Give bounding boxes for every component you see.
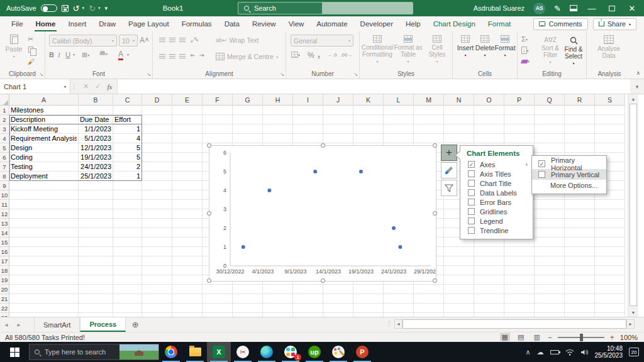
slack-taskbar-button[interactable]: 1 <box>279 342 303 362</box>
sort-filter-button[interactable]: A∇Z Sort & Filter▾ <box>539 36 562 64</box>
ribbon-tab-review[interactable]: Review <box>246 16 282 31</box>
chart-element-item-gridlines[interactable]: Gridlines <box>460 207 533 216</box>
axes-submenu-item-primary-horizontal[interactable]: ✓Primary Horizontal <box>532 158 606 169</box>
checked-checkbox-icon[interactable]: ✓ <box>468 161 475 168</box>
row-header-19[interactable]: 19 <box>0 275 9 285</box>
undo-caret-icon[interactable]: ▾ <box>82 6 85 11</box>
ribbon-tab-automate[interactable]: Automate <box>310 16 353 31</box>
ribbon-tab-format[interactable]: Format <box>482 16 517 31</box>
chart-element-item-axes[interactable]: ✓Axes› <box>460 160 533 169</box>
action-center-icon[interactable]: 20 <box>629 348 639 356</box>
number-dialog-launcher-icon[interactable]: ↘ <box>353 72 358 77</box>
row-header-6[interactable]: 6 <box>0 153 9 162</box>
scroll-up-icon[interactable]: ▲ <box>628 94 638 103</box>
select-all-corner[interactable] <box>0 94 9 106</box>
font-size-combo[interactable]: 10▾ <box>119 35 138 47</box>
align-center-icon[interactable] <box>169 54 175 58</box>
delete-cells-button[interactable]: Delete▾ <box>475 35 494 57</box>
borders-icon[interactable]: ⊞▾ <box>82 51 89 59</box>
undo-button[interactable]: ↺ <box>73 4 80 13</box>
decrease-indent-icon[interactable]: ⇤ <box>191 52 196 58</box>
number-format-combo[interactable]: General▾ <box>291 35 353 47</box>
taskbar-clock[interactable]: 10:48 25/5/2023 <box>595 345 623 359</box>
italic-button[interactable]: I <box>58 51 60 58</box>
ribbon-tab-help[interactable]: Help <box>399 16 427 31</box>
ribbon-tab-file[interactable]: File <box>5 16 30 31</box>
row-header-3[interactable]: 3 <box>0 124 9 134</box>
column-header-G[interactable]: G <box>233 94 263 106</box>
unchecked-checkbox-icon[interactable] <box>468 199 475 206</box>
battery-icon[interactable] <box>550 350 559 354</box>
unchecked-checkbox-icon[interactable] <box>468 170 475 177</box>
normal-view-icon[interactable]: ▦ <box>500 333 510 341</box>
minimize-button[interactable]: — <box>586 4 597 13</box>
alignment-dialog-launcher-icon[interactable]: ↘ <box>280 72 284 77</box>
increase-indent-icon[interactable]: ⇥ <box>199 52 204 58</box>
share-button[interactable]: Share ▾ <box>593 18 636 30</box>
scroll-right-icon[interactable]: ▸ <box>626 319 635 329</box>
unchecked-checkbox-icon[interactable] <box>468 180 475 187</box>
taskbar-search[interactable]: Type here to search <box>29 344 159 360</box>
font-name-combo[interactable]: Calibri (Body)▾ <box>49 35 117 47</box>
unchecked-checkbox-icon[interactable] <box>468 227 475 234</box>
conditional-formatting-button[interactable]: Conditional Formatting▾ <box>362 35 392 63</box>
unchecked-checkbox-icon[interactable] <box>538 171 545 178</box>
checked-checkbox-icon[interactable]: ✓ <box>538 160 545 167</box>
chart-handle[interactable] <box>433 211 437 216</box>
ribbon-tab-formulas[interactable]: Formulas <box>175 16 218 31</box>
row-header-13[interactable]: 13 <box>0 219 9 228</box>
fill-color-icon[interactable]: ▾ <box>99 51 108 56</box>
wrap-text-button[interactable]: ab↩ Wrap Text <box>216 36 258 44</box>
row-header-4[interactable]: 4 <box>0 134 9 143</box>
ribbon-tab-view[interactable]: View <box>282 16 311 31</box>
zoom-slider[interactable] <box>558 337 604 338</box>
name-box[interactable]: Chart 1 ▾ <box>0 79 70 94</box>
column-header-H[interactable]: H <box>263 94 293 106</box>
search-highlight-image[interactable] <box>119 344 158 359</box>
submenu-arrow-icon[interactable]: › <box>526 161 528 168</box>
find-select-button[interactable]: Find & Select▾ <box>562 36 586 65</box>
user-name[interactable]: Asdrubal Suarez <box>474 4 525 12</box>
font-color-caret-icon[interactable]: ▾ <box>127 52 129 57</box>
sheet-tab-process[interactable]: Process <box>80 317 126 332</box>
format-cells-button[interactable]: Format▾ <box>496 35 514 57</box>
row-header-11[interactable]: 11 <box>0 200 9 209</box>
chart-object[interactable]: 012345630/12/20224/1/20239/1/202314/1/20… <box>209 145 436 282</box>
clear-icon[interactable]: ▾ <box>521 59 530 63</box>
align-middle-icon[interactable] <box>169 38 175 42</box>
chart-element-item-chart-title[interactable]: Chart Title <box>460 178 533 188</box>
page-layout-view-icon[interactable]: ▤ <box>516 333 526 341</box>
font-color-icon[interactable]: A <box>118 50 123 60</box>
copy-icon[interactable] <box>28 47 33 53</box>
column-header-L[interactable]: L <box>384 94 414 106</box>
autosum-icon[interactable]: Σ▾ <box>521 35 528 43</box>
align-top-icon[interactable] <box>159 38 165 42</box>
horizontal-scroll-thumb[interactable] <box>402 319 626 329</box>
ribbon-tab-page-layout[interactable]: Page Layout <box>122 16 175 31</box>
unchecked-checkbox-icon[interactable] <box>468 189 475 196</box>
underline-button[interactable]: U <box>65 51 70 58</box>
chart-element-item-data-labels[interactable]: Data Labels <box>460 188 533 197</box>
chart-handle[interactable] <box>207 278 211 283</box>
column-header-R[interactable]: R <box>565 94 595 106</box>
maximize-button[interactable] <box>606 4 618 13</box>
collapse-ribbon-icon[interactable]: ∧ <box>636 70 640 76</box>
column-header-J[interactable]: J <box>323 94 353 106</box>
merge-centre-button[interactable]: Merge & Centre▾ <box>216 53 278 60</box>
file-explorer-taskbar-button[interactable] <box>183 342 207 362</box>
row-header-22[interactable]: 22 <box>0 304 9 313</box>
zoom-level[interactable]: 100% <box>620 334 638 341</box>
vertical-scrollbar[interactable]: ▲ ▼ <box>628 94 638 317</box>
column-header-I[interactable]: I <box>293 94 323 106</box>
inking-pen-icon[interactable]: ✎ <box>554 4 561 13</box>
column-header-F[interactable]: F <box>203 94 233 106</box>
clipboard-dialog-launcher-icon[interactable]: ↘ <box>39 72 43 77</box>
paint-taskbar-button[interactable] <box>326 342 350 362</box>
comments-button[interactable]: Comments <box>533 18 587 30</box>
cut-icon[interactable]: ✂ <box>28 35 33 43</box>
row-header-12[interactable]: 12 <box>0 209 9 219</box>
chart-filters-button[interactable] <box>441 180 457 196</box>
chart-elements-button[interactable]: + <box>441 145 457 161</box>
ribbon-tab-developer[interactable]: Developer <box>354 16 399 31</box>
row-header-14[interactable]: 14 <box>0 228 9 238</box>
